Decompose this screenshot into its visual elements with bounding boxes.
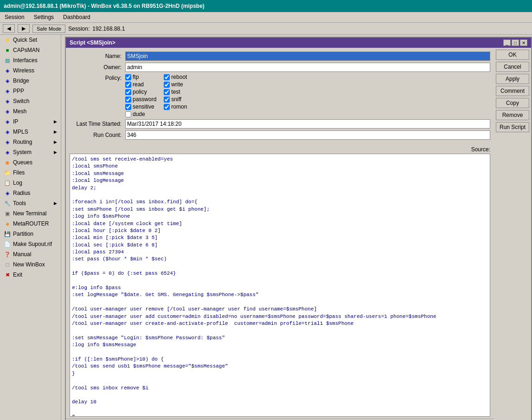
policy-romon: romon (164, 103, 195, 110)
sidebar-item-routing[interactable]: ◈ Routing (0, 137, 61, 147)
sidebar-item-manual[interactable]: ❓ Manual (0, 249, 61, 259)
ppp-icon: ◈ (4, 87, 11, 95)
policy-read-label: read (133, 81, 144, 88)
policy-read: read (125, 81, 156, 88)
menu-settings[interactable]: Settings (31, 13, 57, 21)
safe-mode-button[interactable]: Safe Mode (32, 25, 65, 33)
sidebar-item-exit[interactable]: ✖ Exit (0, 270, 61, 280)
name-row: Name: (70, 52, 490, 61)
comment-button[interactable]: Comment (496, 86, 529, 96)
menu-session[interactable]: Session (2, 13, 27, 21)
sidebar-label-radius: Radius (13, 190, 30, 196)
sidebar-item-make-supout[interactable]: 📄 Make Supout.rif (0, 239, 61, 249)
dialog-form: Name: Owner: Policy: (66, 48, 494, 420)
partition-icon: 💾 (4, 230, 11, 238)
policy-ftp-checkbox[interactable] (125, 74, 131, 80)
session-value: 192.168.88.1 (92, 26, 125, 32)
remove-button[interactable]: Remove (496, 110, 529, 120)
form-fields: Name: Owner: Policy: (66, 48, 494, 145)
new-winbox-icon: □ (4, 261, 11, 268)
copy-button[interactable]: Copy (496, 98, 529, 108)
sidebar-item-mpls[interactable]: ◈ MPLS (0, 127, 61, 137)
policy-ftp-label: ftp (133, 74, 139, 80)
menu-dashboard[interactable]: Dashboard (60, 13, 93, 21)
cancel-button[interactable]: Cancel (496, 62, 529, 72)
sidebar-item-mesh[interactable]: ◈ Mesh (0, 106, 61, 116)
sidebar-label-capsman: CAPsMAN (13, 47, 39, 53)
sidebar-label-new-winbox: New WinBox (13, 261, 45, 268)
source-label: Source: (471, 146, 490, 153)
tools-icon: 🔧 (4, 200, 11, 207)
owner-row: Owner: (70, 63, 490, 72)
sidebar: ⚡ Quick Set ■ CAPsMAN ▤ Interfaces ◈ Wir… (0, 35, 61, 420)
policy-dude-checkbox[interactable] (125, 111, 131, 117)
policy-sensitive-label: sensitive (133, 103, 154, 110)
dialog-title-bar: Script <SMSjoin> _ □ ✕ (66, 38, 531, 48)
policy-password: password (125, 96, 156, 103)
dialog-buttons: OK Cancel Apply Comment Copy Remove Run … (494, 48, 531, 420)
policy-write-checkbox[interactable] (164, 82, 170, 88)
policy-sniff: sniff (164, 96, 195, 103)
sidebar-label-metarouter: MetaROUTER (13, 220, 49, 227)
sidebar-label-tools: Tools (13, 200, 26, 207)
policy-policy-label: policy (133, 89, 147, 95)
sidebar-item-system[interactable]: ◈ System (0, 147, 61, 157)
sidebar-item-switch[interactable]: ◈ Switch (0, 96, 61, 106)
toolbar: ◀ ▶ Safe Mode Session: 192.168.88.1 (0, 23, 532, 35)
policy-reboot: reboot (164, 74, 195, 80)
source-code[interactable]: /tool sms set receive-enabled=yes :local… (70, 154, 490, 417)
sidebar-item-tools[interactable]: 🔧 Tools (0, 198, 61, 208)
policy-policy-checkbox[interactable] (125, 89, 131, 95)
sidebar-label-bridge: Bridge (13, 78, 29, 84)
sidebar-label-ip: IP (13, 118, 18, 125)
sidebar-item-quick-set[interactable]: ⚡ Quick Set (0, 35, 61, 45)
dialog-maximize-button[interactable]: □ (512, 39, 519, 46)
new-terminal-icon: ▣ (4, 210, 11, 217)
sidebar-item-bridge[interactable]: ◈ Bridge (0, 76, 61, 86)
sidebar-item-files[interactable]: 📁 Files (0, 168, 61, 178)
back-button[interactable]: ◀ (3, 24, 15, 33)
sidebar-label-make-supout: Make Supout.rif (13, 241, 52, 247)
run-count-input[interactable] (125, 130, 490, 140)
policy-reboot-checkbox[interactable] (164, 74, 170, 80)
sidebar-item-ip[interactable]: ◈ IP (0, 116, 61, 127)
menu-bar: Session Settings Dashboard (0, 12, 532, 23)
sidebar-item-new-terminal[interactable]: ▣ New Terminal (0, 208, 61, 219)
sidebar-item-ppp[interactable]: ◈ PPP (0, 86, 61, 96)
sidebar-item-queues[interactable]: ◉ Queues (0, 157, 61, 168)
policy-romon-checkbox[interactable] (164, 104, 170, 110)
title-text: admin@192.168.88.1 (MikroTik) - WinBox v… (4, 3, 205, 9)
dialog-minimize-button[interactable]: _ (503, 39, 511, 46)
sidebar-item-log[interactable]: 📋 Log (0, 178, 61, 188)
policy-test-checkbox[interactable] (164, 89, 170, 95)
sidebar-label-ppp: PPP (13, 88, 24, 94)
source-area[interactable]: /tool sms set receive-enabled=yes :local… (70, 154, 490, 417)
sidebar-item-metarouter[interactable]: ◈ MetaROUTER (0, 219, 61, 229)
sidebar-item-capsman[interactable]: ■ CAPsMAN (0, 45, 61, 55)
dialog-close-button[interactable]: ✕ (520, 39, 527, 46)
mesh-icon: ◈ (4, 108, 11, 115)
last-time-label: Last Time Started: (70, 121, 125, 127)
policy-password-checkbox[interactable] (125, 97, 131, 103)
policy-sniff-checkbox[interactable] (164, 97, 170, 103)
main-layout: ⚡ Quick Set ■ CAPsMAN ▤ Interfaces ◈ Wir… (0, 35, 532, 420)
name-input[interactable] (125, 52, 490, 61)
forward-button[interactable]: ▶ (18, 24, 30, 33)
sidebar-item-wireless[interactable]: ◈ Wireless (0, 65, 61, 76)
content-area: Script <SMSjoin> _ □ ✕ Name: (61, 35, 532, 420)
sidebar-item-partition[interactable]: 💾 Partition (0, 229, 61, 239)
log-icon: 📋 (4, 179, 11, 187)
sidebar-item-new-winbox[interactable]: □ New WinBox (0, 259, 61, 270)
policy-sensitive-checkbox[interactable] (125, 104, 131, 110)
policy-read-checkbox[interactable] (125, 82, 131, 88)
last-time-input[interactable] (125, 119, 490, 129)
ok-button[interactable]: OK (496, 50, 529, 60)
owner-input[interactable] (125, 63, 490, 72)
sidebar-item-radius[interactable]: ◈ Radius (0, 188, 61, 198)
apply-button[interactable]: Apply (496, 74, 529, 84)
sidebar-item-interfaces[interactable]: ▤ Interfaces (0, 55, 61, 65)
sidebar-label-queues: Queues (13, 159, 32, 166)
run-count-row: Run Count: (70, 130, 490, 140)
policy-sensitive: sensitive (125, 103, 156, 110)
run-script-button[interactable]: Run Script (496, 122, 529, 132)
